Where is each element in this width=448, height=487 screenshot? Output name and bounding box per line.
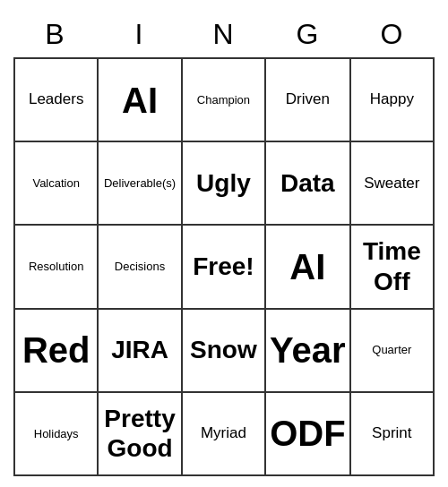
bingo-cell: AI xyxy=(266,226,351,309)
cell-text: Sprint xyxy=(372,424,411,442)
bingo-cell: Snow xyxy=(183,310,266,393)
cell-text: Time Off xyxy=(355,236,429,296)
cell-text: Red xyxy=(22,329,90,372)
cell-text: Resolution xyxy=(29,260,83,274)
bingo-cell: Myriad xyxy=(183,393,266,476)
bingo-cell: Decisions xyxy=(99,226,182,309)
bingo-cell: Happy xyxy=(351,59,435,142)
bingo-cell: AI xyxy=(99,59,182,142)
bingo-cell: Valcation xyxy=(15,142,99,226)
cell-text: Quarter xyxy=(372,343,411,357)
cell-text: Pretty Good xyxy=(102,404,177,464)
cell-text: Valcation xyxy=(32,176,80,191)
bingo-cell: Sweater xyxy=(351,142,435,226)
bingo-cell: Year xyxy=(266,310,351,393)
header-letter: O xyxy=(350,11,435,57)
header-letter: B xyxy=(13,11,98,57)
cell-text: Decisions xyxy=(115,260,165,274)
cell-text: Leaders xyxy=(29,90,83,108)
cell-text: Myriad xyxy=(201,424,246,442)
bingo-cell: Deliverable(s) xyxy=(99,142,182,226)
cell-text: Happy xyxy=(370,90,414,108)
bingo-cell: Quarter xyxy=(351,310,435,393)
bingo-cell: Ugly xyxy=(183,142,266,226)
bingo-cell: Free! xyxy=(183,226,266,309)
cell-text: JIRA xyxy=(111,335,168,365)
bingo-grid: LeadersAIChampionDrivenHappyValcationDel… xyxy=(13,57,435,476)
header-letter: G xyxy=(266,11,350,57)
cell-text: Sweater xyxy=(364,175,419,192)
bingo-cell: Champion xyxy=(183,59,266,142)
bingo-cell: Leaders xyxy=(15,59,99,142)
bingo-cell: Data xyxy=(266,142,351,226)
cell-text: Holidays xyxy=(34,427,79,441)
header-letter: N xyxy=(182,11,266,57)
cell-text: AI xyxy=(122,79,158,122)
bingo-cell: Red xyxy=(15,310,99,393)
bingo-cell: Sprint xyxy=(351,393,435,476)
bingo-cell: Driven xyxy=(266,59,351,142)
bingo-cell: Pretty Good xyxy=(99,393,182,476)
bingo-card: BINGO LeadersAIChampionDrivenHappyValcat… xyxy=(13,11,435,476)
bingo-cell: JIRA xyxy=(99,310,182,393)
cell-text: Snow xyxy=(190,335,257,365)
cell-text: Champion xyxy=(197,93,250,107)
cell-text: Year xyxy=(270,329,346,372)
header-letter: I xyxy=(98,11,182,57)
bingo-cell: ODF xyxy=(266,393,351,476)
cell-text: Driven xyxy=(286,90,330,108)
bingo-cell: Holidays xyxy=(15,393,99,476)
cell-text: Data xyxy=(280,168,335,199)
cell-text: AI xyxy=(289,245,325,288)
bingo-cell: Time Off xyxy=(351,226,435,309)
cell-text: Ugly xyxy=(196,168,251,199)
cell-text: Deliverable(s) xyxy=(104,176,176,191)
cell-text: ODF xyxy=(270,412,345,455)
cell-text: Free! xyxy=(193,252,254,282)
bingo-header: BINGO xyxy=(13,11,435,57)
bingo-cell: Resolution xyxy=(15,226,99,309)
